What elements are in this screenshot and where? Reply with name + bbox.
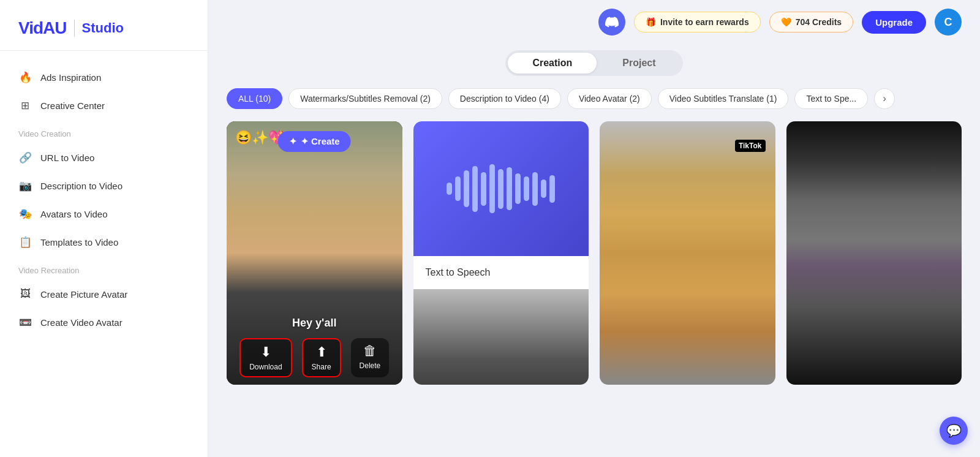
sidebar-item-create-picture-avatar[interactable]: 🖼 Create Picture Avatar <box>0 280 208 308</box>
delete-button[interactable]: 🗑 Delete <box>351 338 390 377</box>
avatar-icon: 🎭 <box>18 207 32 221</box>
download-label: Download <box>249 363 282 371</box>
credits-button[interactable]: 🧡 704 Credits <box>769 12 853 32</box>
card-4[interactable] <box>786 121 962 385</box>
content-area: Creation Project ALL (10) Watermarks/Sub… <box>208 44 980 457</box>
invite-label: Invite to earn rewards <box>660 17 749 27</box>
tab-project[interactable]: Project <box>598 53 680 74</box>
card-1-actions: ⬇ Download ⬆ Share 🗑 Delete <box>227 338 402 377</box>
sidebar-item-avatars-to-video[interactable]: 🎭 Avatars to Video <box>0 200 208 228</box>
tts-label: Text to Speech <box>426 267 491 278</box>
filter-row: ALL (10) Watermarks/Subtitles Removal (2… <box>227 88 962 109</box>
sidebar-item-label: Create Picture Avatar <box>40 289 127 300</box>
sidebar: VidAU Studio 🔥 Ads Inspiration ⊞ Creativ… <box>0 0 208 457</box>
sidebar-item-label: Ads Inspiration <box>40 72 101 83</box>
sidebar-item-label: Creative Center <box>40 100 105 111</box>
chat-icon: 💬 <box>946 423 962 438</box>
tts-label-area: Text to Speech <box>413 256 589 289</box>
waveform-bar <box>541 179 546 198</box>
section-video-recreation: Video Recreation <box>0 256 208 280</box>
delete-label: Delete <box>360 361 381 370</box>
waveform-bar <box>472 166 478 212</box>
waveform-bar <box>498 169 503 209</box>
filter-text-to-spe[interactable]: Text to Spe... <box>794 88 868 109</box>
share-label: Share <box>312 363 331 371</box>
tiktok-badge: TikTok <box>735 140 766 152</box>
waveform-bar <box>455 176 461 201</box>
tts-waveform-area <box>413 121 589 256</box>
waveform-bar <box>507 167 512 210</box>
sidebar-item-creative-center[interactable]: ⊞ Creative Center <box>0 91 208 119</box>
filter-all[interactable]: ALL (10) <box>227 88 282 109</box>
download-icon: ⬇ <box>260 344 271 360</box>
card-4-bg <box>786 121 962 385</box>
logo-divider <box>74 20 75 37</box>
template-icon: 📋 <box>18 235 32 249</box>
grid-icon: ⊞ <box>18 99 32 112</box>
waveform-bar <box>481 172 486 206</box>
fire-icon: 🔥 <box>18 70 32 84</box>
filter-watermarks[interactable]: Watermarks/Subtitles Removal (2) <box>288 88 442 109</box>
waveform-bar <box>464 170 469 207</box>
sparkle-icon: ✦ <box>289 136 297 147</box>
logo-area: VidAU Studio <box>0 12 208 51</box>
filter-next-button[interactable]: › <box>874 88 895 109</box>
waveform-bar <box>447 183 452 195</box>
upgrade-button[interactable]: Upgrade <box>862 11 926 34</box>
section-video-creation: Video Creation <box>0 119 208 143</box>
card-1[interactable]: 😆✨💖 ✦ ✦ Create Hey y'all ⬇ Download ⬆ <box>227 121 402 385</box>
card-2[interactable]: Text to Speech Hey y'all <box>413 121 589 385</box>
invite-icon: 🎁 <box>646 17 656 27</box>
card-3[interactable]: TikTok <box>600 121 775 385</box>
invite-button[interactable]: 🎁 Invite to earn rewards <box>634 12 761 32</box>
discord-button[interactable] <box>598 9 625 36</box>
card-1-emoji: 😆✨💖 <box>235 130 285 146</box>
filter-video-avatar[interactable]: Video Avatar (2) <box>567 88 652 109</box>
create-label: ✦ Create <box>301 136 340 147</box>
tab-creation[interactable]: Creation <box>508 53 597 74</box>
card-3-bg <box>600 121 775 385</box>
credits-icon: 🧡 <box>781 17 791 27</box>
filter-description[interactable]: Description to Video (4) <box>448 88 561 109</box>
create-badge[interactable]: ✦ ✦ Create <box>278 131 351 152</box>
sidebar-item-description-to-video[interactable]: 📷 Description to Video <box>0 172 208 200</box>
picture-icon: 🖼 <box>18 287 32 301</box>
download-button[interactable]: ⬇ Download <box>239 338 292 377</box>
camera-icon: 📷 <box>18 179 32 192</box>
sidebar-item-templates-to-video[interactable]: 📋 Templates to Video <box>0 228 208 256</box>
cards-grid: 😆✨💖 ✦ ✦ Create Hey y'all ⬇ Download ⬆ <box>227 121 962 385</box>
sidebar-item-create-video-avatar[interactable]: 📼 Create Video Avatar <box>0 308 208 336</box>
sidebar-item-label: URL to Video <box>40 153 94 163</box>
tts-bottom-video: Hey y'all <box>413 289 589 385</box>
waveform <box>447 164 555 213</box>
logo: VidAU <box>18 18 67 38</box>
chat-widget[interactable]: 💬 <box>940 417 968 445</box>
sidebar-item-ads-inspiration[interactable]: 🔥 Ads Inspiration <box>0 63 208 91</box>
user-avatar[interactable]: C <box>935 9 962 36</box>
waveform-bar <box>515 173 521 204</box>
sidebar-item-label: Avatars to Video <box>40 209 108 219</box>
waveform-bar <box>549 175 555 203</box>
sidebar-item-label: Templates to Video <box>40 237 118 247</box>
top-header: 🎁 Invite to earn rewards 🧡 704 Credits U… <box>208 0 980 44</box>
main-tabs: Creation Project <box>505 50 682 76</box>
share-button[interactable]: ⬆ Share <box>302 338 341 377</box>
sidebar-item-label: Create Video Avatar <box>40 317 123 328</box>
sidebar-item-label: Description to Video <box>40 181 123 191</box>
card-1-text-overlay: Hey y'all <box>227 317 402 330</box>
filter-video-subtitles[interactable]: Video Subtitles Translate (1) <box>658 88 789 109</box>
waveform-bar <box>489 164 495 213</box>
share-icon: ⬆ <box>316 344 327 360</box>
waveform-bar <box>532 172 538 206</box>
delete-icon: 🗑 <box>363 343 377 359</box>
main-tabs-container: Creation Project <box>227 44 962 76</box>
main-content: 🎁 Invite to earn rewards 🧡 704 Credits U… <box>208 0 980 457</box>
video-icon: 📼 <box>18 315 32 329</box>
sidebar-item-url-to-video[interactable]: 🔗 URL to Video <box>0 143 208 172</box>
studio-label: Studio <box>82 20 124 36</box>
link-icon: 🔗 <box>18 151 32 164</box>
waveform-bar <box>524 176 529 201</box>
credits-label: 704 Credits <box>796 17 842 27</box>
